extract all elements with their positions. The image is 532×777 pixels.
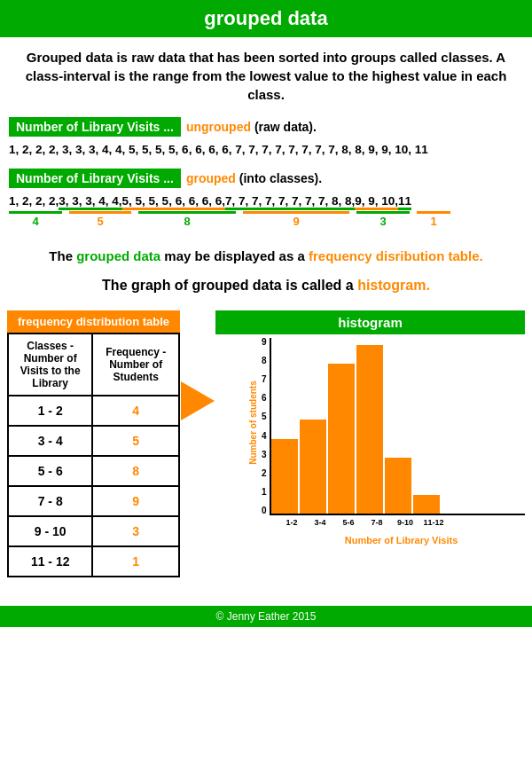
grouped-desc: grouped (into classes).	[186, 171, 322, 185]
table-row-freq: 3	[92, 516, 179, 546]
histogram-bar	[356, 345, 383, 514]
y-axis-label: Number of students	[248, 343, 258, 503]
col-header-class: Classes - Number of Visits to the Librar…	[8, 334, 92, 396]
seg-9: 9	[243, 211, 349, 229]
middle-text-2: The graph of grouped data is called a hi…	[0, 271, 532, 302]
freq-table: Classes - Number of Visits to the Librar…	[7, 333, 180, 577]
y-tick-7: 7	[262, 375, 267, 384]
freq-table-title: frequency distribution table	[7, 310, 180, 333]
seg-4: 4	[9, 211, 62, 229]
table-row: 1 - 2	[8, 396, 92, 426]
seg-8: 8	[138, 211, 236, 229]
grouped-label-row: Number of Library Visits ... grouped (in…	[0, 166, 532, 191]
arrow-wrapper	[180, 310, 215, 420]
table-row-freq: 9	[92, 486, 179, 516]
y-tick-4: 4	[262, 432, 267, 441]
histogram-bar	[385, 458, 411, 514]
table-row-freq: 8	[92, 456, 179, 486]
x-tick-label: 1-2	[278, 518, 306, 527]
table-row-freq: 5	[92, 426, 179, 456]
ungrouped-data: 1, 2, 2, 2, 3, 3, 3, 4, 4, 5, 5, 5, 5, 6…	[0, 139, 532, 161]
table-row: 3 - 4	[8, 426, 92, 456]
y-tick-8: 8	[262, 357, 267, 365]
bottom-section: frequency distribution table Classes - N…	[0, 302, 532, 599]
histogram-title: histogram	[215, 310, 525, 334]
x-tick-label: 3-4	[306, 518, 334, 527]
table-row: 11 - 12	[8, 546, 92, 577]
x-axis-label: Number of Library Visits	[278, 535, 525, 545]
table-row-freq: 4	[92, 396, 179, 426]
histogram-bar	[328, 364, 355, 514]
footer-text: © Jenny Eather 2015	[216, 610, 317, 623]
page-title: grouped data	[0, 7, 532, 30]
arrow-icon	[181, 381, 215, 420]
y-tick-0: 0	[262, 506, 267, 515]
histogram-bar	[271, 439, 298, 514]
x-tick-label: 7-8	[363, 518, 391, 527]
histogram-bar	[300, 420, 326, 514]
freq-table-wrapper: frequency distribution table Classes - N…	[7, 310, 180, 577]
histogram-wrapper: histogram Number of students 0 1 2 3	[215, 310, 525, 590]
chart-area: Number of students 0 1 2 3 4 5 6	[215, 338, 525, 590]
x-tick-label: 11-12	[419, 518, 448, 527]
histogram-bar	[413, 495, 440, 514]
seg-1: 1	[417, 211, 450, 229]
ungrouped-desc: ungrouped (raw data).	[186, 120, 317, 134]
middle-text-1: The grouped data may be displayed as a f…	[0, 234, 532, 272]
seg-5: 5	[69, 211, 131, 229]
page-header: grouped data	[0, 0, 532, 37]
y-tick-3: 3	[262, 451, 267, 459]
ungrouped-label-row: Number of Library Visits ... ungrouped (…	[0, 114, 532, 139]
x-tick-label: 5-6	[334, 518, 363, 527]
col-header-freq: Frequency - Number of Students	[92, 334, 179, 396]
ungrouped-green-label: Number of Library Visits ...	[9, 117, 181, 137]
x-tick-label: 9-10	[391, 518, 419, 527]
y-tick-9: 9	[262, 338, 267, 347]
table-row: 9 - 10	[8, 516, 92, 546]
y-tick-1: 1	[262, 488, 267, 497]
footer: © Jenny Eather 2015	[0, 606, 532, 627]
table-row: 5 - 6	[8, 456, 92, 486]
y-tick-6: 6	[262, 394, 267, 403]
y-tick-5: 5	[262, 412, 267, 421]
seg-3: 3	[356, 211, 410, 229]
table-row-freq: 1	[92, 546, 179, 577]
grouped-data: 1, 2, 2, 2,3, 3, 3, 4, 4,5, 5, 5, 5, 6, …	[0, 191, 532, 210]
intro-text: Grouped data is raw data that has been s…	[0, 37, 532, 114]
y-tick-2: 2	[262, 469, 267, 478]
segments-row: 4 5 8 9 3 1	[0, 211, 532, 234]
grouped-green-label: Number of Library Visits ...	[9, 169, 181, 188]
table-row: 7 - 8	[8, 486, 92, 516]
